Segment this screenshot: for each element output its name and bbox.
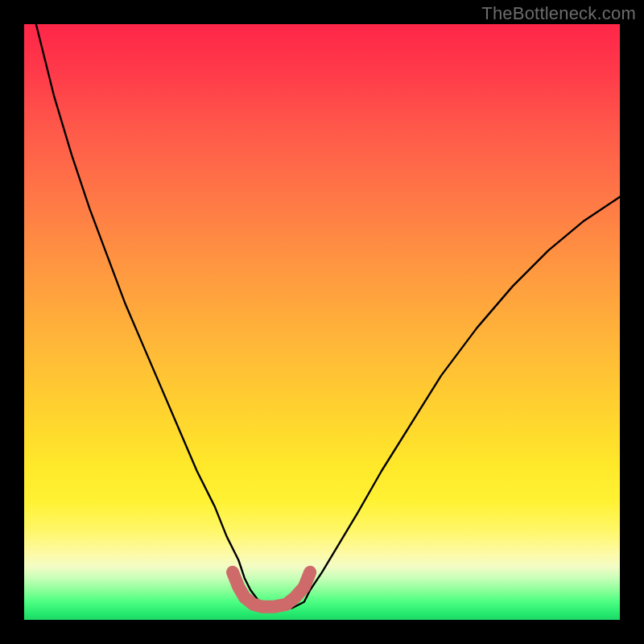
bottleneck-curve — [36, 24, 620, 608]
chart-svg — [24, 24, 620, 620]
chart-plot-area — [24, 24, 620, 620]
watermark-text: TheBottleneck.com — [481, 3, 636, 24]
chart-frame: TheBottleneck.com — [0, 0, 644, 644]
